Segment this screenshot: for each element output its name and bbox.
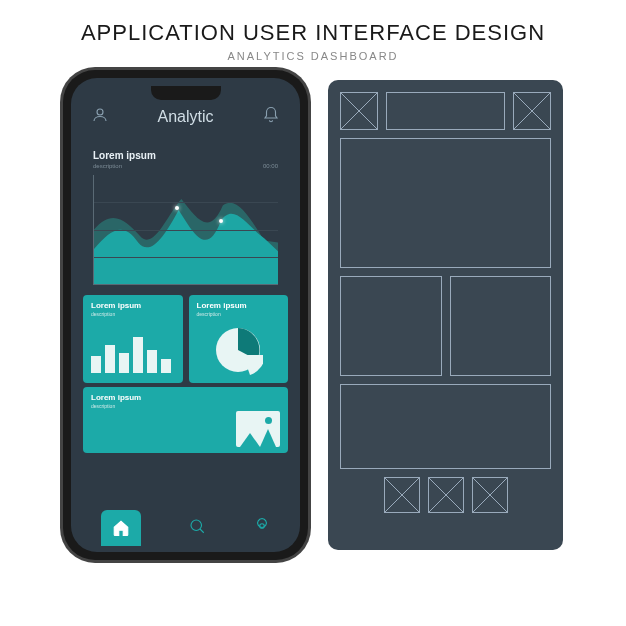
card-title: Lorem ipsum (197, 301, 281, 310)
bottom-nav (77, 510, 294, 546)
user-icon[interactable] (91, 106, 109, 128)
card-title: Lorem ipsum (91, 301, 175, 310)
page-title: APPLICATION USER INTERFACE DESIGN (0, 20, 626, 46)
card-desc: description (93, 163, 122, 169)
svg-point-0 (97, 109, 103, 115)
card-desc: description (91, 403, 280, 409)
card-desc: description (197, 311, 281, 317)
wf-card-left (340, 276, 442, 376)
wf-main-chart (340, 138, 551, 268)
wf-nav-1 (384, 477, 420, 513)
image-icon (236, 411, 280, 447)
card-time: 00:00 (263, 163, 278, 169)
wf-bottom-card (340, 384, 551, 469)
page-subtitle: ANALYTICS DASHBOARD (0, 50, 626, 62)
wf-nav-3 (472, 477, 508, 513)
app-header: Analytic (79, 88, 292, 136)
app-title: Analytic (157, 108, 213, 126)
bar-chart (91, 325, 175, 373)
svg-point-2 (191, 520, 202, 531)
bell-icon[interactable] (262, 106, 280, 128)
nav-search[interactable] (188, 517, 206, 539)
app-screen: Analytic Lorem ipsum description 00:00 (71, 78, 300, 552)
nav-home[interactable] (101, 510, 141, 546)
card-desc: description (91, 311, 175, 317)
pie-chart-card[interactable]: Lorem ipsum description (189, 295, 289, 383)
card-title: Lorem ipsum (93, 150, 278, 161)
wf-header-center (386, 92, 505, 130)
area-chart (93, 175, 278, 285)
wf-nav-2 (428, 477, 464, 513)
wf-card-right (450, 276, 552, 376)
bar-chart-card[interactable]: Lorem ipsum description (83, 295, 183, 383)
wireframe-panel (328, 80, 563, 550)
pie-chart (213, 325, 263, 375)
card-meta: description 00:00 (93, 163, 278, 169)
phone-frame: Analytic Lorem ipsum description 00:00 (63, 70, 308, 560)
image-card[interactable]: Lorem ipsum description (83, 387, 288, 453)
nav-settings[interactable] (253, 517, 271, 539)
page-header: APPLICATION USER INTERFACE DESIGN ANALYT… (0, 0, 626, 70)
card-title: Lorem ipsum (91, 393, 280, 402)
wf-header-left (340, 92, 378, 130)
main-chart-card[interactable]: Lorem ipsum description 00:00 (83, 142, 288, 289)
wf-header-right (513, 92, 551, 130)
